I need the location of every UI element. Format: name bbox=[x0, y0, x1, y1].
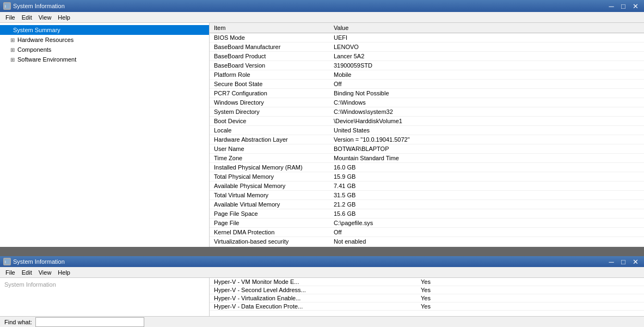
table-cell-item: Windows Directory bbox=[210, 98, 329, 107]
bottom-menu-view[interactable]: View bbox=[35, 268, 55, 277]
bottom-content-pane: Hyper-V - VM Monitor Mode E...YesHyper-V… bbox=[210, 278, 644, 316]
table-row: Page FileC:\pagefile.sys bbox=[210, 219, 644, 228]
bottom-window-title: System Information bbox=[13, 258, 65, 265]
table-cell-item: BIOS Mode bbox=[210, 33, 329, 43]
title-bar: i System Information ─ □ ✕ bbox=[0, 0, 644, 12]
table-row: BIOS ModeUEFI bbox=[210, 33, 644, 43]
menu-edit[interactable]: Edit bbox=[19, 13, 35, 22]
svg-text:i: i bbox=[5, 4, 6, 9]
bottom-menu-help[interactable]: Help bbox=[54, 268, 73, 277]
menu-view[interactable]: View bbox=[35, 13, 55, 22]
bottom-minimize-button[interactable]: ─ bbox=[606, 257, 617, 267]
table-row: Hyper-V - Data Execution Prote...Yes bbox=[210, 302, 644, 311]
find-label: Find what: bbox=[4, 319, 32, 325]
minimize-button[interactable]: ─ bbox=[606, 1, 617, 11]
table-row: Virtualization-based securityNot enabled bbox=[210, 237, 644, 246]
table-cell-value: United States bbox=[329, 126, 644, 135]
col-header-item: Item bbox=[210, 23, 329, 33]
table-cell-item: Hardware Abstraction Layer bbox=[210, 135, 329, 144]
table-cell-item: Page File bbox=[210, 219, 329, 228]
bottom-sidebar: System Information bbox=[0, 278, 210, 316]
table-row: Hyper-V - Second Level Address...Yes bbox=[210, 286, 644, 294]
table-cell-value: Version = "10.0.19041.5072" bbox=[329, 135, 644, 144]
expand-icon-system-summary bbox=[4, 26, 12, 34]
table-cell-item: Kernel DMA Protection bbox=[210, 228, 329, 237]
sidebar: System Summary ⊞ Hardware Resources ⊞ Co… bbox=[0, 23, 210, 247]
table-row: BaseBoard ProductLancer 5A2 bbox=[210, 52, 644, 61]
table-row: BaseBoard ManufacturerLENOVO bbox=[210, 43, 644, 52]
table-cell-item: Device Encryption Support bbox=[210, 246, 329, 247]
table-cell-item: Secure Boot State bbox=[210, 80, 329, 89]
table-cell-value: Not enabled bbox=[329, 237, 644, 246]
table-cell-item: Hyper-V - Virtualization Enable... bbox=[210, 294, 416, 302]
sidebar-label-system-summary: System Summary bbox=[13, 27, 60, 33]
top-window: i System Information ─ □ ✕ File Edit Vie… bbox=[0, 0, 644, 249]
table-row: Device Encryption SupportReasons for fai… bbox=[210, 246, 644, 247]
table-cell-value: LENOVO bbox=[329, 43, 644, 52]
table-cell-value: 21.2 GB bbox=[329, 200, 644, 209]
table-cell-value: Yes bbox=[416, 278, 644, 286]
table-row: Time ZoneMountain Standard Time bbox=[210, 154, 644, 163]
sidebar-item-system-summary[interactable]: System Summary bbox=[0, 25, 209, 35]
bottom-close-button[interactable]: ✕ bbox=[630, 257, 641, 267]
table-cell-value: 7.41 GB bbox=[329, 181, 644, 191]
table-row: Kernel DMA ProtectionOff bbox=[210, 228, 644, 237]
app-icon: i bbox=[3, 2, 11, 10]
table-cell-item: BaseBoard Version bbox=[210, 61, 329, 70]
sidebar-label-components: Components bbox=[17, 46, 51, 53]
table-cell-item: Total Physical Memory bbox=[210, 172, 329, 181]
table-row: PCR7 ConfigurationBinding Not Possible bbox=[210, 89, 644, 98]
table-row: System DirectoryC:\Windows\system32 bbox=[210, 107, 644, 117]
bottom-menu-edit[interactable]: Edit bbox=[19, 268, 35, 277]
table-cell-value: C:\Windows bbox=[329, 98, 644, 107]
table-cell-item: Available Physical Memory bbox=[210, 181, 329, 191]
table-cell-item: Platform Role bbox=[210, 70, 329, 80]
table-cell-value: 31900059STD bbox=[329, 61, 644, 70]
table-cell-value: Yes bbox=[416, 302, 644, 311]
expand-icon-components: ⊞ bbox=[9, 46, 16, 53]
sidebar-item-hardware-resources[interactable]: ⊞ Hardware Resources bbox=[0, 35, 209, 45]
sidebar-item-components[interactable]: ⊞ Components bbox=[0, 45, 209, 55]
table-cell-value: BOTWAR\BLAPTOP bbox=[329, 144, 644, 154]
close-button[interactable]: ✕ bbox=[630, 1, 641, 11]
table-row: BaseBoard Version31900059STD bbox=[210, 61, 644, 70]
table-cell-item: Time Zone bbox=[210, 154, 329, 163]
table-cell-value: Reasons for failed automatic device encr… bbox=[329, 246, 644, 247]
bottom-window: i System Information ─ □ ✕ File Edit Vie… bbox=[0, 256, 644, 316]
table-cell-value: 31.5 GB bbox=[329, 191, 644, 200]
table-cell-item: BaseBoard Product bbox=[210, 52, 329, 61]
table-cell-item: Hyper-V - VM Monitor Mode E... bbox=[210, 278, 416, 286]
table-row: Total Virtual Memory31.5 GB bbox=[210, 191, 644, 200]
table-cell-value: Off bbox=[329, 228, 644, 237]
menu-help[interactable]: Help bbox=[54, 13, 73, 22]
sidebar-label-hardware-resources: Hardware Resources bbox=[17, 37, 73, 43]
table-cell-item: BaseBoard Manufacturer bbox=[210, 43, 329, 52]
table-cell-value: Yes bbox=[416, 294, 644, 302]
sidebar-item-software-environment[interactable]: ⊞ Software Environment bbox=[0, 55, 209, 64]
title-bar-controls: ─ □ ✕ bbox=[606, 1, 641, 11]
table-cell-value: 16.0 GB bbox=[329, 163, 644, 172]
table-cell-item: Page File Space bbox=[210, 209, 329, 219]
table-row: Secure Boot StateOff bbox=[210, 80, 644, 89]
menu-file[interactable]: File bbox=[2, 13, 19, 22]
table-cell-value: Off bbox=[329, 80, 644, 89]
table-cell-item: Total Virtual Memory bbox=[210, 191, 329, 200]
bottom-title-controls: ─ □ ✕ bbox=[606, 257, 641, 267]
table-row: Hyper-V - Virtualization Enable...Yes bbox=[210, 294, 644, 302]
bottom-menu-file[interactable]: File bbox=[2, 268, 19, 277]
table-row: Total Physical Memory15.9 GB bbox=[210, 172, 644, 181]
table-cell-item: PCR7 Configuration bbox=[210, 89, 329, 98]
window-divider bbox=[0, 249, 644, 256]
content-pane[interactable]: Item Value BIOS ModeUEFIBaseBoard Manufa… bbox=[210, 23, 644, 247]
menu-bar: File Edit View Help bbox=[0, 12, 644, 23]
table-row: Hyper-V - VM Monitor Mode E...Yes bbox=[210, 278, 644, 286]
table-row: Installed Physical Memory (RAM)16.0 GB bbox=[210, 163, 644, 172]
find-input[interactable] bbox=[35, 317, 144, 327]
bottom-data-table: Hyper-V - VM Monitor Mode E...YesHyper-V… bbox=[210, 278, 644, 311]
table-row: Hardware Abstraction LayerVersion = "10.… bbox=[210, 135, 644, 144]
bottom-maximize-button[interactable]: □ bbox=[618, 257, 629, 267]
maximize-button[interactable]: □ bbox=[618, 1, 629, 11]
table-cell-value: 15.9 GB bbox=[329, 172, 644, 181]
table-cell-value: Yes bbox=[416, 286, 644, 294]
table-row: Platform RoleMobile bbox=[210, 70, 644, 80]
